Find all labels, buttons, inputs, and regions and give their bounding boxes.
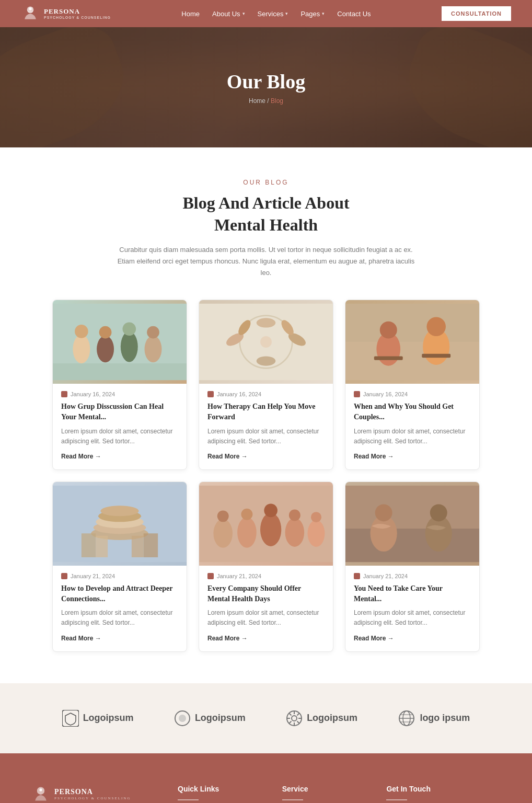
- svg-point-1: [29, 7, 31, 10]
- nav-home[interactable]: Home: [181, 10, 200, 18]
- card-text-2: Lorem ipsum dolor sit amet, consectetur …: [207, 427, 325, 446]
- breadcrumb: Home / Blog: [227, 97, 305, 105]
- svg-point-45: [264, 504, 277, 518]
- calendar-icon: [354, 573, 360, 579]
- card-body-2: January 16, 2024 How Therapy Can Help Yo…: [199, 384, 333, 469]
- footer-divider: [178, 799, 199, 800]
- hero-section: Our Blog Home / Blog: [0, 27, 532, 147]
- calendar-icon: [61, 573, 67, 579]
- page-title: Our Blog: [227, 70, 305, 93]
- calendar-icon: [61, 391, 67, 397]
- svg-line-68: [289, 721, 292, 724]
- main-nav: Home About Us ▾ Services ▾ Pages ▾ Conta…: [181, 10, 371, 18]
- svg-line-66: [297, 721, 300, 724]
- calendar-icon: [354, 391, 360, 397]
- calendar-icon: [207, 391, 214, 397]
- brand-name: PERSONA: [44, 7, 111, 16]
- svg-point-10: [147, 326, 159, 339]
- svg-rect-36: [144, 533, 158, 557]
- blog-card-5: January 21, 2024 Every Company Should Of…: [199, 481, 333, 652]
- blog-card-3: January 16, 2024 When and Why You Should…: [345, 300, 480, 470]
- footer-services-col: Service Individual Counseling Couple Cou…: [282, 785, 366, 803]
- calendar-icon: [207, 573, 214, 579]
- svg-point-17: [257, 357, 276, 366]
- footer-brand-name: PERSONA: [54, 788, 131, 796]
- card-date-1: January 16, 2024: [61, 391, 178, 397]
- card-image-6: [345, 482, 479, 566]
- nav-services[interactable]: Services ▾: [258, 10, 288, 18]
- footer-brand-sub: PSYCHOLOGY & COUNSELING: [54, 796, 131, 800]
- svg-point-20: [260, 336, 272, 348]
- svg-point-4: [75, 325, 88, 339]
- nav-services-link[interactable]: Services ▾: [258, 10, 288, 18]
- card-link-6[interactable]: Read More →: [354, 635, 471, 642]
- chevron-down-icon: ▾: [322, 11, 325, 16]
- blog-card-1: January 16, 2024 How Grup Disscussion Ca…: [52, 300, 187, 470]
- nav-about-link[interactable]: About Us ▾: [212, 10, 245, 18]
- svg-point-34: [100, 506, 138, 516]
- nav-about[interactable]: About Us ▾: [212, 10, 245, 18]
- card-image-svg-4: [53, 482, 187, 566]
- logo-3: Logoipsum: [286, 710, 357, 727]
- footer-top: PERSONA PSYCHOLOGY & COUNSELING Lorem ip…: [31, 785, 501, 803]
- persona-logo-icon: [21, 4, 40, 23]
- svg-point-9: [145, 336, 162, 363]
- card-text-5: Lorem ipsum dolor sit amet, consectetur …: [207, 608, 325, 628]
- card-date-4: January 21, 2024: [61, 573, 178, 579]
- svg-line-67: [297, 713, 300, 716]
- card-link-4[interactable]: Read More →: [61, 635, 178, 642]
- section-tag: OUR BLOG: [52, 179, 480, 186]
- nav-pages-link[interactable]: Pages ▾: [300, 10, 325, 18]
- hero-content: Our Blog Home / Blog: [227, 70, 305, 105]
- svg-point-53: [375, 504, 392, 522]
- card-link-2[interactable]: Read More →: [207, 453, 325, 460]
- svg-point-58: [179, 715, 186, 722]
- card-link-3[interactable]: Read More →: [354, 453, 471, 460]
- svg-point-43: [241, 509, 252, 520]
- logo-2-name: Logoipsum: [195, 713, 246, 724]
- card-image-svg-1: [53, 300, 187, 384]
- svg-point-26: [426, 317, 446, 337]
- blog-card-4: January 21, 2024 How to Develop and Attr…: [52, 481, 187, 652]
- svg-point-44: [260, 513, 281, 546]
- svg-point-60: [292, 716, 297, 721]
- consultation-button[interactable]: CONSULTATION: [442, 6, 511, 21]
- svg-point-7: [121, 331, 138, 362]
- logo-shield-icon: [62, 710, 79, 727]
- footer: PERSONA PSYCHOLOGY & COUNSELING Lorem ip…: [0, 753, 532, 803]
- section-title: Blog And Article About Mental Health: [52, 192, 480, 236]
- logo-4-name: logo ipsum: [420, 713, 470, 724]
- card-link-5[interactable]: Read More →: [207, 635, 325, 642]
- navbar-logo[interactable]: PERSONA PSYCHOLOGY & COUNSELING: [21, 4, 111, 23]
- contact-title: Get In Touch: [386, 785, 501, 793]
- card-title-3: When and Why You Should Get Couples...: [354, 402, 471, 422]
- nav-contact-link[interactable]: Contact Us: [337, 10, 371, 18]
- svg-rect-38: [132, 536, 144, 557]
- footer-logo-icon: [31, 785, 50, 803]
- footer-divider: [282, 799, 303, 800]
- card-link-1[interactable]: Read More →: [61, 453, 178, 460]
- breadcrumb-home[interactable]: Home: [249, 97, 265, 105]
- service-title: Service: [282, 785, 366, 793]
- nav-home-link[interactable]: Home: [181, 10, 200, 18]
- card-text-3: Lorem ipsum dolor sit amet, consectetur …: [354, 427, 471, 446]
- footer-brand-col: PERSONA PSYCHOLOGY & COUNSELING Lorem ip…: [31, 785, 157, 803]
- svg-point-49: [311, 512, 321, 522]
- nav-pages[interactable]: Pages ▾: [300, 10, 325, 18]
- footer-contact-col: Get In Touch 📍 KLLG st, No.99, Pku City,…: [386, 785, 501, 803]
- svg-rect-37: [96, 536, 108, 557]
- logo-globe-icon: [398, 709, 415, 727]
- svg-rect-11: [53, 364, 187, 381]
- card-text-4: Lorem ipsum dolor sit amet, consectetur …: [61, 608, 178, 628]
- section-description: Curabitur quis diam malesuada sem porta …: [114, 244, 418, 279]
- nav-contact[interactable]: Contact Us: [337, 10, 371, 18]
- blog-section: OUR BLOG Blog And Article About Mental H…: [0, 147, 532, 683]
- card-image-2: [199, 300, 333, 384]
- breadcrumb-current: Blog: [271, 97, 283, 105]
- card-image-svg-6: [345, 482, 479, 566]
- svg-point-16: [257, 318, 276, 328]
- logo-2: Logoipsum: [174, 710, 246, 727]
- svg-rect-51: [345, 529, 479, 562]
- svg-point-6: [99, 326, 112, 339]
- svg-rect-35: [82, 533, 96, 557]
